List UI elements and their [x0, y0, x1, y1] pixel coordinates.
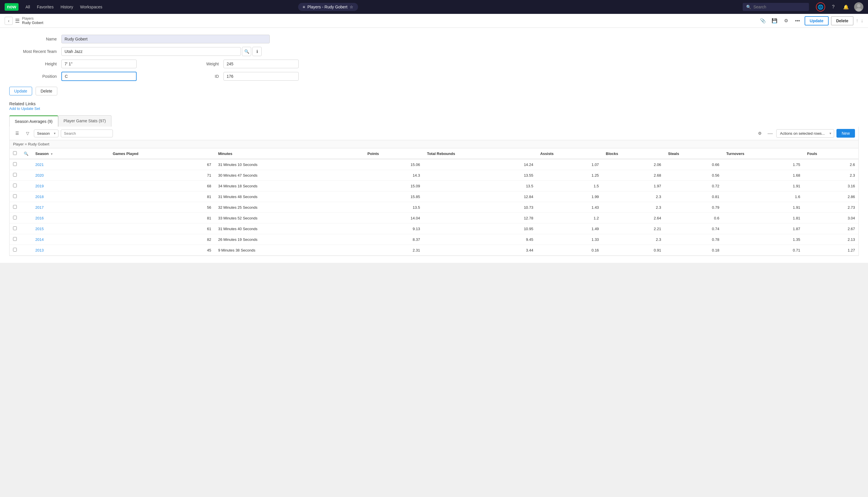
minutes-col-header[interactable]: Minutes	[215, 148, 364, 159]
row-search-cell	[20, 245, 32, 256]
row-checkbox-cell[interactable]	[10, 224, 20, 234]
row-checkbox-cell[interactable]	[10, 213, 20, 224]
season-col-header[interactable]: Season ▾	[32, 148, 109, 159]
steals-cell: 0.56	[664, 170, 723, 181]
games-col-header[interactable]: Games Played	[109, 148, 215, 159]
select-all-checkbox[interactable]	[13, 151, 17, 155]
hamburger-menu-icon[interactable]: ☰	[15, 18, 20, 24]
form-delete-button[interactable]: Delete	[36, 87, 57, 96]
fouls-col-header[interactable]: Fouls	[804, 148, 858, 159]
position-input[interactable]	[61, 72, 137, 81]
actions-select[interactable]: Actions on selected rows...	[776, 129, 834, 138]
nav-up-arrow[interactable]: ↑	[856, 18, 858, 24]
row-checkbox-cell[interactable]	[10, 202, 20, 213]
search-input[interactable]	[753, 5, 805, 9]
points-col-header[interactable]: Points	[364, 148, 424, 159]
id-input[interactable]	[223, 72, 299, 81]
team-input[interactable]	[61, 47, 241, 56]
row-checkbox-cell[interactable]	[10, 234, 20, 245]
table-scroll-area[interactable]: 🔍 Season ▾ Games Played Minutes Points T…	[10, 148, 858, 256]
back-button[interactable]: ‹	[5, 17, 13, 25]
row-checkbox[interactable]	[13, 248, 17, 252]
nav-favorites[interactable]: Favorites	[37, 5, 54, 9]
season-cell[interactable]: 2020	[32, 170, 109, 181]
steals-cell: 0.72	[664, 181, 723, 191]
name-input[interactable]	[61, 35, 270, 43]
team-search-icon[interactable]: 🔍	[242, 47, 251, 56]
steals-col-header[interactable]: Steals	[664, 148, 723, 159]
turnovers-col-header[interactable]: Turnovers	[723, 148, 803, 159]
update-button[interactable]: Update	[804, 16, 829, 26]
save-icon[interactable]: 💾	[770, 16, 779, 26]
blocks-cell: 2.64	[602, 213, 664, 224]
team-input-group: 🔍 ℹ	[61, 47, 262, 56]
row-checkbox-cell[interactable]	[10, 181, 20, 191]
season-cell[interactable]: 2015	[32, 224, 109, 234]
position-pair: Position	[9, 72, 137, 81]
row-checkbox[interactable]	[13, 162, 17, 166]
season-cell[interactable]: 2018	[32, 191, 109, 202]
gear-icon[interactable]: ⚙	[756, 129, 764, 137]
bell-icon-button[interactable]: 🔔	[841, 2, 851, 12]
weight-input[interactable]	[223, 59, 299, 68]
actions-select-wrap: Actions on selected rows...	[776, 129, 834, 138]
row-checkbox[interactable]	[13, 205, 17, 209]
context-pill[interactable]: ≡ Players - Rudy Gobert ☆	[298, 3, 358, 11]
season-cell[interactable]: 2013	[32, 245, 109, 256]
global-search[interactable]: 🔍	[743, 3, 809, 11]
points-cell: 8.37	[364, 234, 424, 245]
user-avatar[interactable]	[854, 2, 863, 12]
help-icon-button[interactable]: ?	[829, 2, 838, 12]
tab-season-averages[interactable]: Season Averages (9)	[9, 115, 58, 127]
add-to-update-set-link[interactable]: Add to Update Set	[9, 106, 40, 111]
nav-all[interactable]: All	[26, 5, 30, 9]
row-checkbox-cell[interactable]	[10, 245, 20, 256]
nav-workspaces[interactable]: Workspaces	[80, 5, 102, 9]
more-icon[interactable]: •••	[793, 16, 802, 26]
filter-icon[interactable]: ▽	[24, 129, 31, 137]
attach-icon[interactable]: 📎	[758, 16, 768, 26]
table-search-input[interactable]	[61, 129, 113, 137]
pill-star-icon[interactable]: ☆	[350, 5, 354, 9]
team-info-icon[interactable]: ℹ	[252, 47, 262, 56]
subnav-actions: 📎 💾 ⚙ ••• Update Delete ↑ ↓	[758, 16, 863, 26]
row-checkbox-cell[interactable]	[10, 191, 20, 202]
settings-icon[interactable]: ⚙	[782, 16, 791, 26]
nav-history[interactable]: History	[60, 5, 73, 9]
rebounds-cell: 9.45	[424, 234, 537, 245]
new-button[interactable]: New	[837, 129, 855, 138]
season-cell[interactable]: 2019	[32, 181, 109, 191]
related-links-section: Related Links Add to Update Set	[9, 101, 859, 111]
season-select[interactable]: Season	[34, 129, 58, 137]
season-cell[interactable]: 2017	[32, 202, 109, 213]
season-cell[interactable]: 2016	[32, 213, 109, 224]
row-checkbox[interactable]	[13, 184, 17, 187]
rebounds-col-header[interactable]: Total Rebounds	[424, 148, 537, 159]
row-checkbox[interactable]	[13, 226, 17, 230]
row-search-icon[interactable]: 🔍	[24, 152, 28, 156]
tab-player-game-stats[interactable]: Player Game Stats (97)	[58, 115, 111, 127]
season-cell[interactable]: 2021	[32, 159, 109, 170]
minus-icon[interactable]: —	[767, 130, 774, 137]
blocks-cell: 2.3	[602, 234, 664, 245]
globe-icon-button[interactable]: 🌐	[816, 2, 825, 12]
season-cell[interactable]: 2014	[32, 234, 109, 245]
row-checkbox[interactable]	[13, 216, 17, 219]
row-checkbox-cell[interactable]	[10, 159, 20, 170]
form-update-button[interactable]: Update	[9, 87, 32, 96]
blocks-col-header[interactable]: Blocks	[602, 148, 664, 159]
minutes-cell: 30 Minutes 47 Seconds	[215, 170, 364, 181]
checkbox-header[interactable]	[10, 148, 20, 159]
list-view-icon[interactable]: ☰	[13, 129, 21, 137]
height-input[interactable]	[61, 59, 137, 68]
rebounds-cell: 3.44	[424, 245, 537, 256]
delete-button[interactable]: Delete	[831, 16, 854, 26]
assists-col-header[interactable]: Assists	[537, 148, 602, 159]
row-checkbox[interactable]	[13, 173, 17, 177]
row-checkbox[interactable]	[13, 194, 17, 198]
nav-down-arrow[interactable]: ↓	[861, 18, 863, 24]
row-checkbox[interactable]	[13, 237, 17, 241]
pill-label: Players - Rudy Gobert	[307, 5, 348, 9]
now-logo[interactable]: now	[5, 3, 18, 11]
row-checkbox-cell[interactable]	[10, 170, 20, 181]
